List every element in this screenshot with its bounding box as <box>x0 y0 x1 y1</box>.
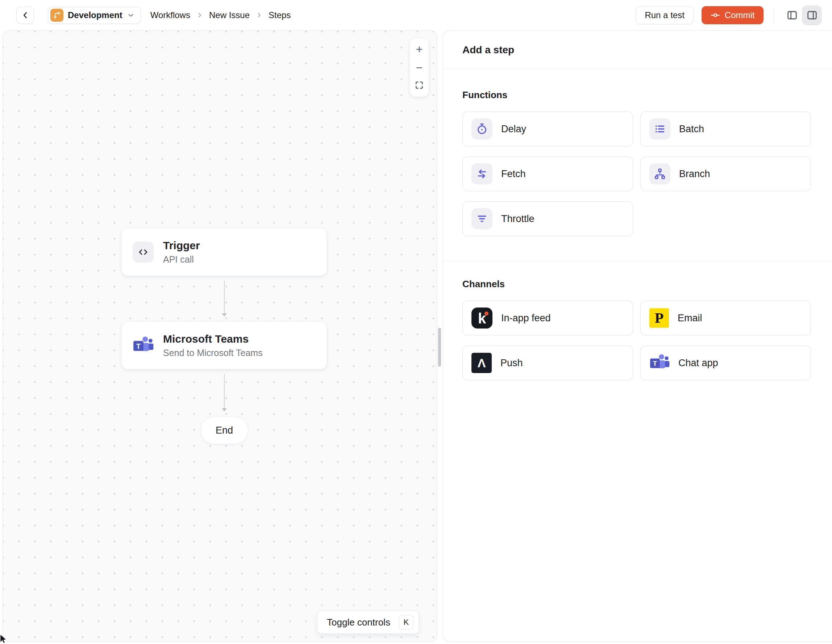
breadcrumb-steps[interactable]: Steps <box>269 10 291 20</box>
chevron-right-icon <box>196 11 203 19</box>
git-commit-icon <box>710 10 720 20</box>
section-divider <box>443 261 832 261</box>
functions-section-label: Functions <box>462 89 811 101</box>
step-card-throttle[interactable]: Throttle <box>462 201 633 236</box>
swap-arrows-icon <box>472 163 493 184</box>
teams-letter: T <box>653 360 658 367</box>
tree-icon <box>650 163 670 184</box>
trigger-node[interactable]: Trigger API call <box>122 228 327 276</box>
step-card-batch[interactable]: Batch <box>640 112 811 146</box>
expo-logo-icon: Λ <box>472 353 492 373</box>
step-card-label: Throttle <box>501 213 534 225</box>
fit-screen-icon <box>414 80 424 90</box>
channels-grid: k In-app feed P Email Λ Push <box>462 300 811 380</box>
sidebar-left-icon <box>786 10 798 21</box>
trigger-node-title: Trigger <box>163 240 200 252</box>
connector-arrow <box>224 281 225 315</box>
trigger-node-subtitle: API call <box>163 254 200 265</box>
sidebar-right-icon <box>806 10 818 21</box>
functions-grid: Delay Batch Fetch <box>462 112 811 236</box>
zoom-in-button[interactable]: + <box>412 42 427 56</box>
step-card-push[interactable]: Λ Push <box>462 345 633 380</box>
ms-teams-icon: T <box>133 335 154 356</box>
toggle-right-panel-button[interactable] <box>802 5 822 26</box>
postmark-letter: P <box>655 311 664 325</box>
step-card-label: Branch <box>679 168 710 180</box>
end-node[interactable]: End <box>200 417 248 444</box>
knock-dot <box>485 312 488 315</box>
expo-caret: Λ <box>478 357 486 369</box>
top-bar: Development Workflows New Issue Steps Ru… <box>0 0 832 30</box>
step-card-chat-app[interactable]: T Chat app <box>640 345 811 380</box>
commit-label: Commit <box>725 10 755 20</box>
teams-node-subtitle: Send to Microsoft Teams <box>163 348 263 358</box>
step-card-label: Fetch <box>501 168 526 180</box>
breadcrumb-new-issue[interactable]: New Issue <box>209 10 250 20</box>
stopwatch-icon <box>472 118 493 139</box>
add-step-panel: Add a step Functions Delay Batch <box>443 30 832 642</box>
step-card-label: Batch <box>679 123 704 135</box>
step-card-in-app-feed[interactable]: k In-app feed <box>462 300 633 336</box>
panel-header: Add a step <box>443 31 832 69</box>
environment-label: Development <box>68 10 123 20</box>
chevron-right-icon <box>256 11 263 19</box>
step-card-email[interactable]: P Email <box>640 300 811 336</box>
step-card-label: Email <box>678 313 702 324</box>
step-card-label: Push <box>501 358 523 369</box>
list-icon <box>650 118 670 139</box>
step-card-fetch[interactable]: Fetch <box>462 157 633 191</box>
funnel-lines-icon <box>472 208 493 229</box>
panel-title: Add a step <box>462 44 514 56</box>
teams-node-title: Microsoft Teams <box>163 333 263 345</box>
chevron-down-icon <box>127 11 135 19</box>
git-branch-icon <box>50 9 63 22</box>
postmark-logo-icon: P <box>650 308 669 328</box>
canvas-scrollbar-thumb[interactable] <box>438 328 441 366</box>
breadcrumb-workflows[interactable]: Workflows <box>150 10 190 20</box>
run-test-button[interactable]: Run a test <box>635 6 693 24</box>
main-area: + − Trigger API call <box>0 30 832 644</box>
knock-logo-icon: k <box>472 307 493 329</box>
step-card-label: Chat app <box>678 358 718 369</box>
toggle-controls-label: Toggle controls <box>327 617 390 628</box>
breadcrumb: Workflows New Issue Steps <box>150 10 291 20</box>
channels-section-label: Channels <box>462 278 811 290</box>
zoom-out-button[interactable]: − <box>412 61 427 75</box>
environment-switcher[interactable]: Development <box>48 7 141 24</box>
toggle-left-panel-button[interactable] <box>782 5 802 26</box>
ms-teams-logo-icon: T <box>650 353 670 373</box>
workflow-canvas[interactable]: + − Trigger API call <box>3 30 437 642</box>
back-button[interactable] <box>16 6 34 24</box>
fit-view-button[interactable] <box>412 78 427 93</box>
commit-button[interactable]: Commit <box>702 6 763 24</box>
teams-node[interactable]: T Microsoft Teams Send to Microsoft Team… <box>122 321 327 369</box>
step-card-delay[interactable]: Delay <box>462 112 633 146</box>
step-card-branch[interactable]: Branch <box>640 157 811 191</box>
connector-arrow <box>224 374 225 411</box>
toggle-controls-button[interactable]: Toggle controls K <box>317 611 419 634</box>
step-card-label: Delay <box>501 123 526 135</box>
divider <box>774 8 774 23</box>
step-card-label: In-app feed <box>501 313 551 324</box>
end-node-label: End <box>216 425 233 436</box>
teams-letter: T <box>136 342 141 350</box>
chevron-left-icon <box>21 11 30 20</box>
header-actions: Run a test Commit <box>635 5 822 26</box>
canvas-zoom-controls: + − <box>410 38 429 97</box>
code-brackets-icon <box>133 241 154 263</box>
keyboard-shortcut-badge: K <box>399 615 413 630</box>
panel-body: Functions Delay Batch <box>443 89 832 380</box>
